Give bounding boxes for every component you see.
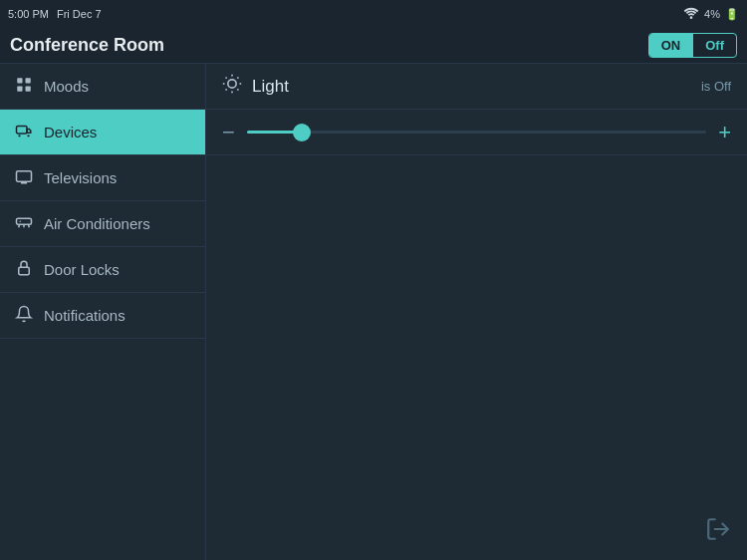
device-name: Light <box>252 77 701 97</box>
svg-line-14 <box>29 224 30 227</box>
slider-decrease-button[interactable]: − <box>222 122 235 143</box>
svg-point-0 <box>690 16 693 19</box>
page-title: Conference Room <box>10 35 164 56</box>
air-conditioners-label: Air Conditioners <box>44 215 150 232</box>
title-bar: Conference Room ON Off <box>0 28 747 64</box>
svg-point-6 <box>18 135 20 137</box>
wifi-icon <box>683 7 699 21</box>
time-label: 5:00 PM <box>8 8 49 20</box>
battery-pct: 4% <box>704 8 720 20</box>
lock-icon <box>14 259 34 280</box>
svg-rect-1 <box>17 78 22 83</box>
tv-icon <box>14 167 34 188</box>
date-label: Fri Dec 7 <box>57 8 102 20</box>
main-layout: Moods Devices Televisions Air Conditione… <box>0 64 747 560</box>
svg-line-20 <box>226 78 227 79</box>
svg-line-24 <box>226 89 227 90</box>
svg-rect-5 <box>17 127 28 135</box>
content-area: Light is Off − + <box>206 64 747 560</box>
sidebar-item-notifications[interactable]: Notifications <box>0 293 205 339</box>
svg-line-12 <box>19 224 20 227</box>
moods-icon <box>14 76 34 97</box>
sidebar: Moods Devices Televisions Air Conditione… <box>0 64 206 560</box>
svg-rect-3 <box>17 87 22 92</box>
slider-thumb[interactable] <box>293 124 311 141</box>
battery-icon: 🔋 <box>725 8 739 21</box>
sidebar-item-door-locks[interactable]: Door Locks <box>0 247 205 293</box>
svg-rect-11 <box>17 218 32 224</box>
brightness-slider-row: − + <box>206 110 747 155</box>
on-off-toggle[interactable]: ON Off <box>648 33 737 58</box>
svg-rect-16 <box>19 267 30 275</box>
svg-rect-2 <box>26 78 31 83</box>
sidebar-item-devices[interactable]: Devices <box>0 110 205 155</box>
sidebar-item-moods[interactable]: Moods <box>0 64 205 110</box>
device-status: is Off <box>701 79 731 94</box>
status-bar: 5:00 PM Fri Dec 7 4% 🔋 <box>0 0 747 28</box>
svg-point-15 <box>20 221 22 223</box>
devices-icon <box>14 122 34 142</box>
sidebar-item-air-conditioners[interactable]: Air Conditioners <box>0 201 205 247</box>
light-icon <box>222 74 242 99</box>
svg-line-25 <box>237 78 238 79</box>
sidebar-item-televisions[interactable]: Televisions <box>0 155 205 201</box>
svg-rect-4 <box>26 87 31 92</box>
svg-point-17 <box>228 80 236 88</box>
devices-label: Devices <box>44 124 97 140</box>
svg-line-21 <box>237 89 238 90</box>
moods-label: Moods <box>44 78 89 95</box>
brightness-slider-track[interactable] <box>247 131 706 134</box>
bell-icon <box>14 305 34 326</box>
logout-button[interactable] <box>705 516 731 548</box>
off-button[interactable]: Off <box>693 34 736 57</box>
svg-rect-8 <box>17 171 32 182</box>
status-left: 5:00 PM Fri Dec 7 <box>8 8 102 20</box>
door-locks-label: Door Locks <box>44 261 120 278</box>
notifications-label: Notifications <box>44 307 125 324</box>
slider-increase-button[interactable]: + <box>718 122 731 143</box>
svg-point-7 <box>27 135 29 137</box>
televisions-label: Televisions <box>44 169 117 186</box>
status-right: 4% 🔋 <box>683 7 739 21</box>
on-button[interactable]: ON <box>649 34 693 57</box>
ac-icon <box>14 213 34 234</box>
light-device-row: Light is Off <box>206 64 747 110</box>
